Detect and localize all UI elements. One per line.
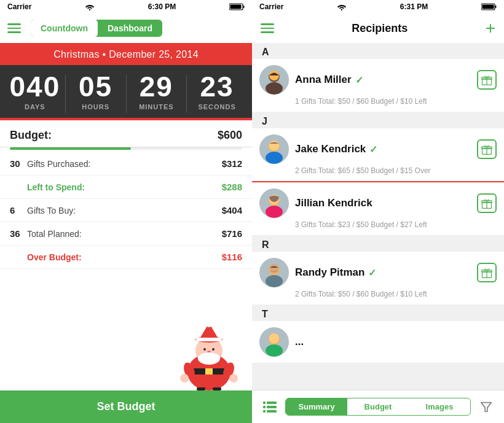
seconds-unit: 23 SECONDS — [187, 72, 247, 115]
anna-miller-gift-button[interactable] — [477, 70, 497, 90]
svg-rect-60 — [263, 402, 266, 404]
t-name: ... — [295, 336, 497, 348]
right-wifi-icon — [337, 3, 347, 10]
right-hamburger-menu[interactable] — [261, 23, 274, 33]
filter-button[interactable] — [476, 398, 497, 416]
wifi-icon — [85, 3, 95, 10]
over-budget-value: $116 — [222, 252, 242, 262]
right-status-bar: Carrier 6:31 PM — [252, 0, 504, 14]
right-time: 6:31 PM — [400, 2, 428, 11]
recipient-row: Jake Kendrick ✓ — [259, 134, 497, 164]
anna-miller-avatar — [259, 65, 289, 95]
bottom-tabs-bar: Summary Budget Images — [252, 390, 504, 423]
svg-rect-62 — [263, 406, 266, 408]
over-budget-label: Over Budget: — [27, 252, 222, 262]
svg-point-51 — [266, 275, 283, 287]
svg-rect-26 — [495, 6, 496, 8]
section-t: T — [252, 305, 504, 321]
left-time: 6:30 PM — [148, 2, 176, 11]
tab-images[interactable]: Images — [409, 398, 470, 415]
recipient-row: Jillian Kendrick — [259, 188, 497, 218]
right-battery-icon — [481, 3, 497, 10]
left-to-spend-label: Left to Spend: — [27, 182, 222, 192]
budget-progress-fill — [10, 147, 131, 150]
jake-kendrick-gift-button[interactable] — [477, 139, 497, 159]
budget-row-left-to-spend: Left to Spend: $288 — [0, 176, 252, 199]
right-carrier: Carrier — [259, 2, 283, 11]
gifts-to-buy-label: Gifts To Buy: — [27, 206, 222, 215]
jillian-kendrick-name: Jillian Kendrick — [295, 197, 471, 209]
svg-point-21 — [229, 374, 238, 382]
jillian-kendrick-sub: 3 Gifts Total: $23 / $50 Budget / $27 Le… — [259, 220, 497, 229]
tab-countdown[interactable]: Countdown — [31, 20, 98, 37]
total-planned-value: $716 — [222, 228, 242, 239]
randy-pitman-sub: 2 Gifts Total: $50 / $60 Budget / $10 Le… — [259, 290, 497, 298]
svg-rect-61 — [267, 402, 277, 404]
svg-rect-11 — [196, 338, 222, 341]
recipient-row: ... — [259, 327, 497, 357]
jake-kendrick-name: Jake Kendrick ✓ — [295, 143, 471, 155]
countdown-block: 040 DAYS 05 HOURS 29 MINUTES 23 SECONDS — [0, 65, 252, 118]
add-recipient-button[interactable]: + — [486, 20, 495, 37]
recipient-jillian-kendrick: Jillian Kendrick 3 Gifts Total: $23 / $5… — [252, 182, 504, 236]
svg-point-24 — [341, 9, 342, 10]
jillian-kendrick-avatar — [259, 188, 289, 218]
minutes-unit: 29 MINUTES — [127, 72, 187, 115]
total-planned-label: Total Planned: — [27, 229, 222, 239]
randy-pitman-gift-button[interactable] — [477, 263, 497, 282]
anna-miller-sub: 1 Gifts Total: $50 / $60 Budget / $10 Le… — [259, 97, 497, 106]
days-label: DAYS — [25, 103, 45, 115]
section-j: J — [252, 112, 504, 128]
list-view-button[interactable] — [259, 399, 280, 415]
right-panel: Carrier 6:31 PM Recipients + A — [252, 0, 504, 423]
svg-point-30 — [266, 82, 283, 95]
view-tabs: Summary Budget Images — [285, 398, 471, 416]
countdown-dashboard-tabs: Countdown Dashboard — [31, 20, 162, 37]
santa-svg — [172, 323, 246, 390]
anna-miller-name: Anna Miller ✓ — [295, 74, 471, 86]
tab-dashboard[interactable]: Dashboard — [98, 20, 162, 37]
budget-label: Budget: — [10, 129, 52, 142]
hamburger-menu[interactable] — [7, 23, 21, 33]
t-avatar — [259, 327, 289, 357]
randy-pitman-name: Randy Pitman ✓ — [295, 266, 471, 279]
svg-point-13 — [212, 348, 215, 351]
gifts-purchased-num: 30 — [10, 158, 27, 169]
svg-rect-64 — [263, 410, 266, 413]
svg-rect-27 — [482, 5, 494, 9]
right-navbar: Recipients + — [252, 14, 504, 43]
jake-kendrick-sub: 2 Gifts Total: $65 / $50 Budget / $15 Ov… — [259, 166, 497, 175]
seconds-label: SECONDS — [198, 103, 235, 115]
svg-marker-66 — [481, 402, 492, 411]
gifts-purchased-label: Gifts Purchased: — [27, 159, 222, 169]
set-budget-button[interactable]: Set Budget — [0, 390, 252, 423]
jillian-kendrick-gift-button[interactable] — [477, 193, 497, 213]
right-nav-title: Recipients — [352, 22, 408, 35]
hours-label: HOURS — [82, 103, 109, 115]
randy-pitman-check: ✓ — [368, 267, 376, 279]
hours-unit: 05 HOURS — [66, 72, 126, 115]
tab-summary[interactable]: Summary — [286, 398, 347, 415]
recipient-jake-kendrick: Jake Kendrick ✓ 2 Gifts Total: $65 / $50… — [252, 128, 504, 182]
svg-point-17 — [208, 353, 216, 357]
budget-section: Budget: $600 30 Gifts Purchased: $312 Le… — [0, 120, 252, 390]
filter-icon — [479, 400, 493, 414]
jake-kendrick-check: ✓ — [369, 144, 377, 155]
recipient-t-placeholder: ... — [252, 321, 504, 363]
minutes-value: 29 — [140, 72, 173, 101]
svg-rect-6 — [205, 368, 213, 374]
left-carrier: Carrier — [7, 2, 31, 11]
svg-rect-63 — [267, 406, 277, 408]
recipient-anna-miller: Anna Miller ✓ 1 Gifts Total: $50 / $60 B… — [252, 59, 504, 112]
section-a: A — [252, 43, 504, 59]
list-icon — [263, 402, 277, 413]
battery-icon — [229, 3, 245, 10]
svg-point-59 — [269, 333, 279, 343]
budget-progress-bar-container — [10, 147, 242, 150]
budget-row-over-budget: Over Budget: $116 — [0, 246, 252, 269]
tab-budget[interactable]: Budget — [347, 398, 409, 415]
hours-value: 05 — [79, 72, 112, 101]
total-planned-num: 36 — [10, 228, 27, 239]
section-r: R — [252, 236, 504, 252]
left-to-spend-value: $288 — [222, 182, 242, 192]
